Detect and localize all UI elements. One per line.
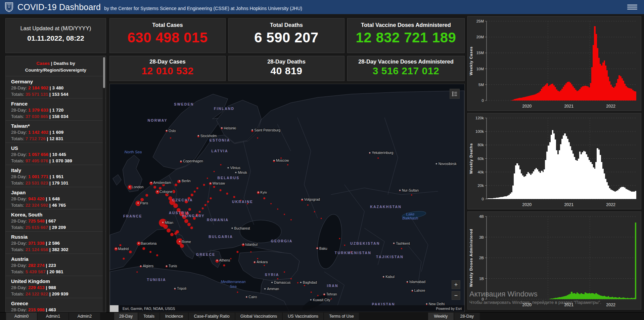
case-marker[interactable] bbox=[270, 203, 272, 204]
case-marker[interactable] bbox=[230, 258, 232, 259]
country-entry[interactable]: Austria28-Day: 282 274 | 223Totals: 5 43… bbox=[6, 253, 106, 276]
country-entry[interactable]: Japan28-Day: 943 420 | 1 648Totals: 22 3… bbox=[6, 187, 106, 209]
case-marker[interactable] bbox=[142, 247, 145, 250]
case-marker[interactable] bbox=[401, 248, 402, 249]
case-marker[interactable] bbox=[170, 233, 174, 236]
tab-28-day[interactable]: 28-Day bbox=[114, 313, 138, 320]
tab-weekly[interactable]: Weekly bbox=[428, 313, 454, 320]
tab-admin0[interactable]: Admin0 bbox=[6, 313, 37, 320]
case-marker[interactable] bbox=[163, 224, 168, 229]
case-marker[interactable] bbox=[187, 223, 191, 226]
case-marker[interactable] bbox=[411, 194, 412, 196]
country-entry[interactable]: Russia28-Day: 371 338 | 2 596Totals: 21 … bbox=[6, 231, 106, 253]
case-marker[interactable] bbox=[317, 295, 319, 296]
case-marker[interactable] bbox=[196, 187, 198, 189]
case-marker[interactable] bbox=[287, 164, 288, 165]
scrollbar-thumb[interactable] bbox=[103, 57, 105, 88]
country-entry[interactable]: Korea, South28-Day: 725 548 | 667Totals:… bbox=[6, 209, 106, 231]
map-svg[interactable]: SWEDENFINLANDNORWAYESTONIALATVIABELARUSC… bbox=[110, 84, 464, 312]
esri-logo[interactable] bbox=[110, 305, 119, 312]
tab-totals[interactable]: Totals bbox=[138, 313, 159, 320]
case-marker[interactable] bbox=[237, 291, 238, 293]
case-marker[interactable] bbox=[210, 197, 212, 199]
case-marker[interactable] bbox=[170, 137, 171, 139]
tab-admin2[interactable]: Admin2 bbox=[69, 313, 100, 320]
case-marker[interactable] bbox=[213, 186, 215, 188]
case-marker[interactable] bbox=[290, 278, 292, 279]
case-marker[interactable] bbox=[304, 285, 305, 286]
case-marker[interactable] bbox=[153, 186, 156, 189]
tab-terms-of-use[interactable]: Terms of Use bbox=[324, 313, 359, 320]
case-marker[interactable] bbox=[119, 244, 121, 246]
case-marker[interactable] bbox=[321, 218, 322, 219]
case-marker[interactable] bbox=[190, 227, 193, 229]
case-marker[interactable] bbox=[223, 264, 225, 266]
case-marker[interactable] bbox=[233, 196, 235, 198]
map-zoom-in-button[interactable]: + bbox=[452, 280, 460, 289]
case-marker[interactable] bbox=[214, 171, 215, 172]
case-marker[interactable] bbox=[220, 189, 222, 191]
legend-icon[interactable] bbox=[450, 89, 460, 99]
case-marker[interactable] bbox=[140, 198, 144, 201]
hamburger-menu-icon[interactable] bbox=[627, 3, 637, 11]
case-marker[interactable] bbox=[167, 229, 171, 233]
case-marker[interactable] bbox=[307, 204, 309, 206]
case-marker[interactable] bbox=[257, 258, 258, 259]
case-marker[interactable] bbox=[236, 251, 238, 253]
case-marker[interactable] bbox=[176, 230, 179, 234]
case-marker[interactable] bbox=[149, 251, 151, 253]
case-marker[interactable] bbox=[175, 184, 177, 186]
case-marker[interactable] bbox=[207, 201, 209, 203]
case-marker[interactable] bbox=[311, 291, 312, 293]
case-marker[interactable] bbox=[191, 194, 193, 196]
country-entry[interactable]: Germany28-Day: 2 184 902 | 3 480Totals: … bbox=[6, 76, 106, 98]
tab-admin1[interactable]: Admin1 bbox=[38, 313, 68, 320]
case-marker[interactable] bbox=[257, 137, 258, 139]
scrollbar[interactable] bbox=[103, 56, 105, 312]
case-marker[interactable] bbox=[277, 278, 278, 279]
case-marker[interactable] bbox=[159, 187, 162, 190]
case-marker[interactable] bbox=[339, 238, 340, 239]
case-marker[interactable] bbox=[188, 208, 191, 211]
country-entry[interactable]: France28-Day: 1 379 633 | 1 720Totals: 3… bbox=[6, 98, 106, 120]
country-entry[interactable]: Taiwan*28-Day: 1 142 402 | 1 609Totals: … bbox=[6, 120, 106, 143]
case-marker[interactable] bbox=[202, 207, 204, 209]
case-marker[interactable] bbox=[136, 271, 138, 273]
tab-incidence[interactable]: Incidence bbox=[160, 313, 188, 320]
case-marker[interactable] bbox=[290, 219, 292, 221]
case-marker[interactable] bbox=[314, 211, 315, 212]
case-marker[interactable] bbox=[129, 251, 132, 253]
case-marker[interactable] bbox=[331, 298, 332, 299]
case-marker[interactable] bbox=[184, 219, 188, 223]
case-marker[interactable] bbox=[199, 211, 201, 213]
case-marker[interactable] bbox=[284, 214, 285, 215]
case-marker[interactable] bbox=[263, 197, 265, 199]
case-marker[interactable] bbox=[203, 184, 205, 186]
case-marker[interactable] bbox=[220, 164, 222, 165]
case-marker[interactable] bbox=[194, 191, 196, 193]
case-marker[interactable] bbox=[226, 193, 228, 195]
case-marker[interactable] bbox=[277, 208, 278, 210]
country-entry[interactable]: Greece28-Day: 215 998 | 463Totals: 5 548… bbox=[6, 298, 106, 312]
map-zoom-out-button[interactable]: − bbox=[452, 291, 460, 300]
country-entry[interactable]: Italy28-Day: 1 001 771 | 1 951Totals: 23… bbox=[6, 165, 106, 187]
case-marker[interactable] bbox=[156, 254, 158, 256]
case-marker[interactable] bbox=[250, 251, 251, 253]
tab-global-vaccinations[interactable]: Global Vaccinations bbox=[235, 313, 282, 320]
case-marker[interactable] bbox=[297, 282, 298, 283]
case-marker[interactable] bbox=[177, 180, 181, 183]
case-marker[interactable] bbox=[284, 271, 285, 273]
case-marker[interactable] bbox=[180, 244, 184, 248]
tab-28-day[interactable]: 28-Day bbox=[454, 313, 480, 320]
case-marker[interactable] bbox=[145, 194, 148, 197]
case-marker[interactable] bbox=[204, 204, 206, 206]
case-marker[interactable] bbox=[173, 203, 178, 208]
map-canvas[interactable]: SWEDENFINLANDNORWAYESTONIALATVIABELARUSC… bbox=[110, 84, 464, 312]
country-entry[interactable]: United Kingdom28-Day: 229 413 | 988Total… bbox=[6, 276, 106, 298]
world-map[interactable]: SWEDENFINLANDNORWAYESTONIALATVIABELARUSC… bbox=[109, 84, 465, 312]
case-marker[interactable] bbox=[344, 245, 346, 246]
case-marker[interactable] bbox=[123, 257, 125, 259]
case-marker[interactable] bbox=[377, 157, 379, 159]
case-marker[interactable] bbox=[264, 265, 265, 266]
tab-case-fatality-ratio[interactable]: Case-Fatality Ratio bbox=[189, 313, 234, 320]
